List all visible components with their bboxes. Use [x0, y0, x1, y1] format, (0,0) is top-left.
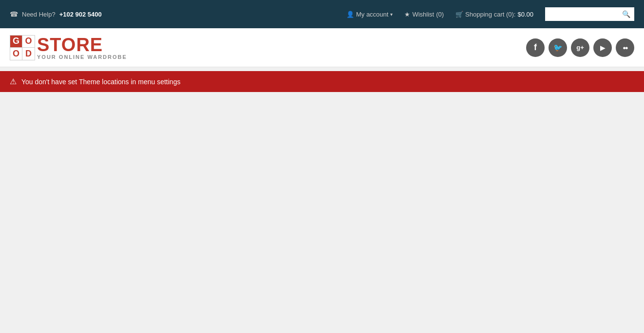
cart-link[interactable]: 🛒 Shopping cart (0): $0.00: [455, 11, 533, 18]
search-input[interactable]: [545, 8, 618, 21]
main-content: [0, 92, 644, 301]
warning-icon: ⚠: [10, 77, 17, 86]
facebook-icon[interactable]: f: [526, 38, 545, 57]
chevron-down-icon: ▾: [390, 12, 393, 17]
wishlist-count: (0): [436, 11, 444, 18]
youtube-icon[interactable]: ▶: [593, 38, 612, 57]
logo[interactable]: G O O D STORE YOUR ONLINE WARDROBE: [10, 35, 127, 60]
site-header: G O O D STORE YOUR ONLINE WARDROBE f 🐦 g…: [0, 28, 644, 67]
cart-icon: 🛒: [455, 11, 463, 18]
my-account-link[interactable]: 👤 My account ▾: [346, 11, 393, 18]
social-icons-container: f 🐦 g+ ▶ ●●: [526, 38, 634, 57]
flickr-icon[interactable]: ●●: [616, 38, 634, 57]
twitter-icon[interactable]: 🐦: [549, 38, 567, 57]
cart-price: $0.00: [517, 11, 533, 18]
nav-warning-bar: ⚠ You don't have set Theme locations in …: [0, 71, 644, 92]
user-icon: 👤: [346, 11, 354, 18]
google-plus-icon[interactable]: g+: [571, 38, 589, 57]
logo-text: STORE YOUR ONLINE WARDROBE: [37, 36, 127, 60]
logo-d: D: [22, 48, 35, 60]
star-icon: ★: [404, 11, 410, 18]
phone-number: +102 902 5400: [59, 11, 102, 18]
search-box[interactable]: 🔍: [545, 7, 634, 21]
wishlist-link[interactable]: ★ Wishlist (0): [404, 11, 444, 18]
logo-g: G: [10, 36, 22, 48]
logo-store-text: STORE: [37, 36, 127, 54]
logo-o2: O: [10, 48, 22, 60]
search-icon: 🔍: [622, 10, 630, 18]
search-button[interactable]: 🔍: [618, 7, 634, 21]
logo-o1: O: [22, 36, 35, 48]
cart-label: Shopping cart (0):: [465, 11, 515, 18]
phone-info: ☎ Need Help? +102 902 5400: [10, 10, 102, 18]
top-bar: ☎ Need Help? +102 902 5400 👤 My account …: [0, 0, 644, 28]
warning-message: You don't have set Theme locations in me…: [21, 78, 180, 86]
phone-icon: ☎: [10, 10, 18, 18]
account-label: My account: [356, 11, 388, 18]
top-bar-actions: 👤 My account ▾ ★ Wishlist (0) 🛒 Shopping…: [346, 7, 634, 21]
logo-tagline: YOUR ONLINE WARDROBE: [37, 54, 127, 60]
logo-grid: G O O D: [10, 35, 35, 60]
phone-label: Need Help?: [22, 11, 56, 18]
wishlist-label: Wishlist: [412, 11, 434, 18]
